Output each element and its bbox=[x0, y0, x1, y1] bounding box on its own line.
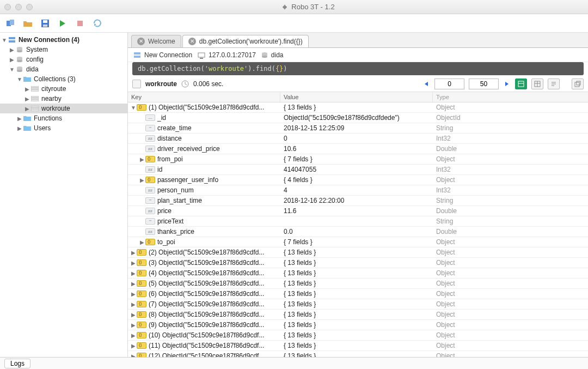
grid-row[interactable]: ▶(7) ObjectId("5c1509c9e187f86d9cdfd...{… bbox=[128, 299, 588, 310]
window-controls bbox=[4, 4, 33, 10]
expand-toggle-icon[interactable]: ▶ bbox=[139, 239, 145, 245]
expand-toggle-icon[interactable]: ▶ bbox=[130, 250, 137, 256]
query-editor[interactable]: db.getCollection('workroute').find({}) bbox=[132, 62, 584, 75]
cell-key: (12) ObjectId("5c1509cee187f86d9cdf... bbox=[149, 352, 264, 357]
skip-input[interactable] bbox=[434, 78, 464, 89]
tab-query[interactable]: ✕ db.getCollection('workroute').find({}) bbox=[182, 35, 309, 47]
grid-row[interactable]: ▶passenger_user_info{ 4 fields }Object bbox=[128, 175, 588, 185]
expand-toggle-icon[interactable]: ▶ bbox=[130, 343, 137, 349]
tree-view-button[interactable] bbox=[515, 78, 527, 89]
grid-row[interactable]: ▶(9) ObjectId("5c1509c9e187f86d9cdfd...{… bbox=[128, 320, 588, 330]
grid-row[interactable]: ""create_time2018-12-15 12:25:09String bbox=[128, 123, 588, 134]
cell-type: String bbox=[433, 123, 588, 134]
text-view-button[interactable] bbox=[548, 78, 560, 89]
logs-button[interactable]: Logs bbox=[4, 359, 30, 368]
page-prev-button[interactable] bbox=[422, 80, 430, 88]
tree-label: System bbox=[26, 46, 48, 53]
connect-icon[interactable] bbox=[5, 19, 15, 28]
limit-input[interactable] bbox=[469, 78, 499, 89]
grid-row[interactable]: ##thanks_price0.0Double bbox=[128, 227, 588, 237]
tree-db-system[interactable]: ▶ System bbox=[0, 45, 127, 55]
grid-row[interactable]: ""priceTextString bbox=[128, 216, 588, 227]
stop-icon[interactable] bbox=[75, 19, 85, 28]
object-icon bbox=[137, 332, 146, 338]
grid-row[interactable]: ▶(5) ObjectId("5c1509c9e187f86d9cdfd...{… bbox=[128, 279, 588, 289]
page-next-button[interactable] bbox=[503, 80, 511, 88]
cell-value: 0.0 bbox=[280, 228, 433, 235]
result-grid[interactable]: Key Value Type ▼(1) ObjectId("5c1509c9e1… bbox=[128, 92, 588, 357]
open-folder-icon[interactable] bbox=[23, 19, 33, 28]
object-icon bbox=[137, 311, 146, 318]
expand-toggle-icon[interactable]: ▶ bbox=[130, 291, 137, 297]
svg-rect-4 bbox=[43, 25, 47, 27]
crumb-db[interactable]: dida bbox=[261, 51, 284, 59]
expand-toggle-icon[interactable]: ▶ bbox=[130, 322, 137, 328]
zoom-window-icon[interactable] bbox=[26, 4, 33, 10]
field-type-icon: ## bbox=[145, 135, 155, 142]
grid-row[interactable]: ▶(8) ObjectId("5c1509c9e187f86d9cdfd...{… bbox=[128, 310, 588, 320]
tree-collection-workroute[interactable]: ▶ workroute bbox=[0, 104, 127, 113]
expand-toggle-icon[interactable]: ▶ bbox=[139, 177, 145, 183]
tree-collections-folder[interactable]: ▼ Collections (3) bbox=[0, 74, 127, 84]
expand-toggle-icon[interactable]: ▶ bbox=[130, 301, 137, 307]
expand-toggle-icon[interactable]: ▶ bbox=[130, 312, 137, 318]
tree-collection-nearby[interactable]: ▶ nearby bbox=[0, 94, 127, 104]
tree-db-dida[interactable]: ▼ dida bbox=[0, 64, 127, 74]
tree-label: dida bbox=[26, 65, 39, 73]
expand-toggle-icon[interactable]: ▶ bbox=[130, 353, 137, 358]
grid-row[interactable]: ▶(11) ObjectId("5c1509c9e187f86d9cdf...{… bbox=[128, 341, 588, 351]
tree-functions-folder[interactable]: ▶ Functions bbox=[0, 113, 127, 123]
tree-collection-cityroute[interactable]: ▶ cityroute bbox=[0, 84, 127, 94]
grid-row[interactable]: ▶to_poi{ 7 fields }Object bbox=[128, 237, 588, 247]
close-icon[interactable]: ✕ bbox=[137, 38, 145, 45]
header-value[interactable]: Value bbox=[280, 92, 433, 102]
svg-rect-27 bbox=[134, 56, 140, 58]
expand-toggle-icon[interactable]: ▼ bbox=[130, 105, 137, 111]
grid-row[interactable]: ##id414047055Int32 bbox=[128, 165, 588, 175]
grid-row[interactable]: ▶(4) ObjectId("5c1509c9e187f86d9cdfd...{… bbox=[128, 268, 588, 279]
crumb-host[interactable]: 127.0.0.1:27017 bbox=[198, 51, 256, 59]
crumb-connection[interactable]: New Connection bbox=[133, 51, 192, 59]
popout-view-button[interactable] bbox=[572, 78, 584, 89]
tree-db-config[interactable]: ▶ config bbox=[0, 55, 127, 64]
cell-key: (6) ObjectId("5c1509c9e187f86d9cdfd... bbox=[149, 290, 264, 298]
expand-toggle-icon[interactable]: ▶ bbox=[130, 270, 137, 276]
save-icon[interactable] bbox=[40, 19, 50, 28]
table-view-button[interactable] bbox=[531, 78, 543, 89]
grid-row[interactable]: ▼(1) ObjectId("5c1509c9e187f86d9cdfd...{… bbox=[128, 102, 588, 113]
grid-row[interactable]: ▶(3) ObjectId("5c1509c9e187f86d9cdfd...{… bbox=[128, 258, 588, 268]
header-type[interactable]: Type bbox=[433, 92, 588, 102]
grid-row[interactable]: ##person_num4Int32 bbox=[128, 185, 588, 196]
close-icon[interactable]: ✕ bbox=[188, 38, 196, 45]
svg-point-32 bbox=[262, 56, 267, 58]
minimize-window-icon[interactable] bbox=[15, 4, 22, 10]
grid-row[interactable]: ▶(2) ObjectId("5c1509c9e187f86d9cdfd...{… bbox=[128, 247, 588, 258]
tree-users-folder[interactable]: ▶ Users bbox=[0, 123, 127, 133]
grid-row[interactable]: ▶(12) ObjectId("5c1509cee187f86d9cdf...{… bbox=[128, 351, 588, 357]
tab-welcome[interactable]: ✕ Welcome bbox=[131, 35, 181, 47]
cell-type: Object bbox=[433, 330, 588, 341]
refresh-icon[interactable] bbox=[93, 19, 102, 28]
cell-value: 11.6 bbox=[280, 207, 433, 215]
grid-row[interactable]: ▶from_poi{ 7 fields }Object bbox=[128, 154, 588, 165]
tree-label: workroute bbox=[41, 105, 70, 112]
close-window-icon[interactable] bbox=[4, 4, 11, 10]
expand-toggle-icon[interactable]: ▶ bbox=[130, 281, 137, 287]
cell-key: to_poi bbox=[157, 238, 175, 246]
grid-row[interactable]: ##price11.6Double bbox=[128, 206, 588, 216]
play-icon[interactable] bbox=[58, 19, 68, 28]
grid-row[interactable]: ##distance0Int32 bbox=[128, 134, 588, 144]
grid-row[interactable]: ▶(6) ObjectId("5c1509c9e187f86d9cdfd...{… bbox=[128, 289, 588, 299]
expand-toggle-icon[interactable]: ▶ bbox=[139, 156, 145, 162]
expand-toggle-icon[interactable]: ▶ bbox=[130, 260, 137, 266]
grid-row[interactable]: ##driver_received_price10.6Double bbox=[128, 144, 588, 154]
svg-rect-5 bbox=[77, 21, 83, 26]
cell-key: priceText bbox=[157, 217, 183, 225]
cell-type: Int32 bbox=[433, 133, 588, 144]
grid-row[interactable]: ""plan_start_time2018-12-16 22:20:00Stri… bbox=[128, 196, 588, 206]
header-key[interactable]: Key bbox=[128, 92, 280, 102]
grid-row[interactable]: ▶(10) ObjectId("5c1509c9e187f86d9cdf...{… bbox=[128, 330, 588, 341]
expand-toggle-icon[interactable]: ▶ bbox=[130, 332, 137, 338]
tree-connection-root[interactable]: ▼ New Connection (4) bbox=[0, 35, 127, 45]
grid-row[interactable]: —_idObjectId("5c1509c9e187f86d9cdfdede")… bbox=[128, 113, 588, 123]
